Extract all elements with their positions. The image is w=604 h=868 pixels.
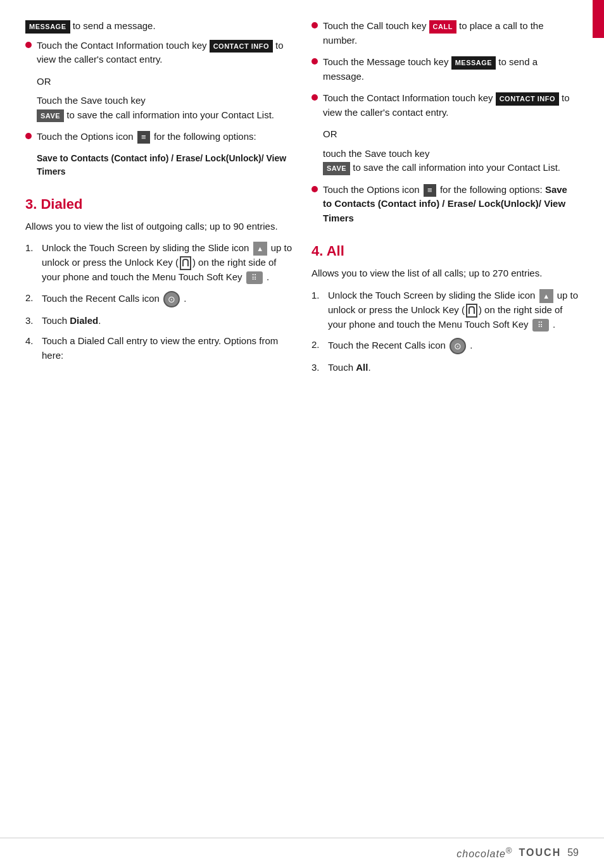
right-column: Touch the Call touch key CALL to place a… [311, 19, 579, 831]
section3-heading: 3. Dialed [25, 194, 293, 214]
left-bullets-top: Touch the Contact Information touch key … [25, 39, 293, 67]
section4-steps: 1. Unlock the Touch Screen by sliding th… [311, 288, 579, 375]
section4-desc: Allows you to view the list of all calls… [311, 266, 579, 281]
recent-calls-icon-right [450, 338, 466, 354]
content-area: MESSAGE to send a message. Touch the Con… [0, 0, 604, 838]
left-intro: MESSAGE to send a message. [25, 19, 293, 34]
list-item: Touch the Contact Information touch key … [311, 91, 579, 120]
contact-info-text2: Touch the Contact Information touch key … [323, 91, 579, 120]
bullet-dot [311, 186, 318, 192]
save-badge-right: SAVE [323, 162, 350, 175]
bullet-dot [311, 94, 318, 101]
step-num: 3. [311, 361, 324, 375]
message-badge-right: MESSAGE [451, 56, 496, 70]
bullet-dot [25, 42, 32, 48]
save-text1-right: touch the Save touch key [323, 148, 429, 159]
save-badge-left: SAVE [37, 109, 64, 123]
bullet-dot [311, 58, 318, 65]
right-bullets-options: Touch the Options icon ≡ for the followi… [311, 183, 579, 226]
footer-brand: chocolate® [456, 845, 512, 862]
right-bullets: Touch the Call touch key CALL to place a… [311, 19, 579, 120]
section3-steps: 1. Unlock the Touch Screen by sliding th… [25, 241, 293, 363]
step-text: Touch the Recent Calls icon . [328, 338, 472, 354]
step-num: 1. [25, 241, 38, 256]
left-bullets-options: Touch the Options icon ≡ for the followi… [25, 130, 293, 144]
options-text: Touch the Options icon ≡ for the followi… [37, 130, 256, 144]
section4-heading: 4. All [311, 240, 579, 261]
call-badge: CALL [429, 20, 456, 34]
options-sub-left: Save to Contacts (Contact info) / Erase/… [37, 152, 293, 178]
recent-calls-icon [163, 291, 180, 307]
options-text-right: Touch the Options icon ≡ for the followi… [323, 183, 579, 226]
save-text2: to save the call information into your C… [66, 109, 274, 120]
step-text: Touch a Dialed Call entry to view the en… [42, 334, 293, 363]
contact-info-badge2: CONTACT INFO [496, 92, 559, 106]
list-item: 3. Touch Dialed. [25, 314, 293, 328]
footer-touch-label: TOUCH [519, 845, 562, 860]
step-num: 3. [25, 314, 38, 328]
step-num: 2. [311, 338, 324, 352]
list-item: 2. Touch the Recent Calls icon . [311, 338, 579, 354]
bullet-dot [25, 133, 32, 139]
intro-text: to send a message. [73, 20, 156, 31]
step-text: Touch Dialed. [42, 314, 101, 328]
footer-page-number: 59 [567, 845, 579, 860]
call-text: Touch the Call touch key CALL to place a… [323, 19, 579, 47]
list-item: 3. Touch All. [311, 361, 579, 375]
left-column: MESSAGE to send a message. Touch the Con… [25, 19, 293, 831]
save-block-right: touch the Save touch key SAVE to save th… [323, 147, 579, 175]
options-sub-text-left: Save to Contacts (Contact info) / Erase/… [37, 153, 286, 177]
step-num: 1. [311, 288, 324, 303]
list-item: Touch the Options icon ≡ for the followi… [311, 183, 579, 226]
page-container: MESSAGE to send a message. Touch the Con… [0, 0, 604, 868]
step-text: Touch the Recent Calls icon . [42, 291, 186, 307]
step-num: 4. [25, 334, 38, 349]
list-item: Touch the Options icon ≡ for the followi… [25, 130, 293, 144]
unlock-icon [180, 256, 191, 270]
list-item: Touch the Message touch key MESSAGE to s… [311, 55, 579, 84]
or-text-left: OR [37, 75, 293, 89]
step-num: 2. [25, 291, 38, 306]
footer: chocolate® TOUCH 59 [0, 838, 604, 868]
slide-icon [539, 289, 553, 303]
step-text: Unlock the Touch Screen by sliding the S… [328, 288, 579, 332]
menu-key-icon [532, 319, 549, 332]
list-item: 1. Unlock the Touch Screen by sliding th… [311, 288, 579, 332]
list-item: Touch the Contact Information touch key … [25, 39, 293, 67]
list-item: 2. Touch the Recent Calls icon . [25, 291, 293, 307]
or-text-right: OR [323, 127, 579, 142]
options-sub-text-right: Save to Contacts (Contact info) / Erase/… [323, 184, 567, 223]
options-icon: ≡ [137, 131, 150, 144]
contact-info-text: Touch the Contact Information touch key … [37, 39, 293, 67]
message-text: Touch the Message touch key MESSAGE to s… [323, 55, 579, 84]
list-item: 4. Touch a Dialed Call entry to view the… [25, 334, 293, 363]
list-item: 1. Unlock the Touch Screen by sliding th… [25, 241, 293, 285]
section3-desc: Allows you to view the list of outgoing … [25, 220, 293, 234]
step-text: Unlock the Touch Screen by sliding the S… [42, 241, 293, 285]
message-badge-left: MESSAGE [25, 20, 70, 34]
contact-info-badge: CONTACT INFO [210, 40, 273, 53]
unlock-icon [466, 304, 477, 318]
save-text1: Touch the Save touch key [37, 95, 146, 106]
bullet-dot [311, 22, 318, 28]
options-icon-right: ≡ [424, 184, 436, 197]
save-block-left: Touch the Save touch key SAVE to save th… [37, 94, 293, 122]
red-tab [593, 0, 604, 38]
save-text2-right: to save the call information into your C… [353, 162, 560, 173]
slide-icon [253, 242, 267, 256]
list-item: Touch the Call touch key CALL to place a… [311, 19, 579, 47]
step-text: Touch All. [328, 361, 371, 375]
menu-key-icon [246, 271, 263, 284]
